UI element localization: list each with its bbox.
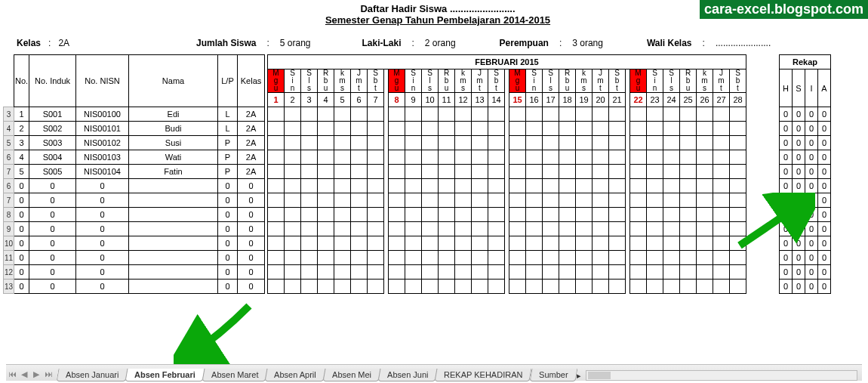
value-jumlah: 5 orang	[280, 38, 311, 48]
value-wali: ......................	[716, 38, 771, 48]
table-row: 75S005NIS00104FatinP2A0000	[4, 165, 831, 179]
sheet-tab[interactable]: Absen Juni	[378, 369, 438, 381]
table-row: 53S003NIS00102SusiP2A0000	[4, 136, 831, 150]
table-row: 31S001NIS00100EdiL2A0000	[4, 107, 831, 122]
label-kelas: Kelas	[17, 38, 41, 48]
table-row: 13000000000	[4, 280, 831, 294]
value-perempuan: 3 orang	[572, 38, 603, 48]
table-row: 6000000000	[4, 179, 831, 193]
value-kelas: 2A	[58, 38, 69, 48]
sheet-tab[interactable]: Absen April	[265, 369, 326, 381]
document-subtitle: Semester Genap Tahun Pembelajaran 2014-2…	[287, 14, 589, 26]
sheet-tab[interactable]: REKAP KEHADIRAN	[435, 369, 532, 381]
sheet-tab[interactable]: Absen Februari	[125, 369, 205, 381]
sheet-tab[interactable]: Sumber	[529, 369, 577, 381]
table-row: 12000000000	[4, 265, 831, 280]
attendance-table: No.No. IndukNo. NISNNamaL/PKelasFEBRUARI…	[3, 54, 831, 294]
table-row: 9000000000	[4, 222, 831, 236]
table-row: 42S002NIS00101BudiL2A0000	[4, 122, 831, 136]
sheet-tab[interactable]: Absen Mei	[323, 369, 381, 381]
tab-overflow-icon[interactable]: ▸	[577, 371, 581, 381]
document-title: Daftar Hadir Siswa .....................…	[287, 3, 589, 14]
tab-nav-prev[interactable]: ◀	[18, 367, 30, 381]
table-row: 11000000000	[4, 251, 831, 265]
sheet-tab[interactable]: Absen Januari	[57, 369, 128, 381]
table-row: 7000000000	[4, 193, 831, 208]
sheet-tabs: ⏮ ◀ ▶ ⏭ Absen JanuariAbsen FebruariAbsen…	[6, 364, 862, 381]
label-wali: Wali Kelas	[647, 38, 692, 48]
horizontal-scrollbar[interactable]	[586, 370, 857, 381]
tab-nav-first[interactable]: ⏮	[6, 367, 18, 381]
label-jumlah: Jumlah Siswa	[196, 38, 256, 48]
meta-row: Kelas : 2A Jumlah Siswa : 5 orang Laki-L…	[0, 27, 868, 54]
table-row: 10000000000	[4, 236, 831, 251]
value-laki: 2 orang	[425, 38, 456, 48]
table-row: 64S004NIS00103WatiP2A0000	[4, 150, 831, 165]
label-perempuan: Perempuan	[500, 38, 549, 48]
watermark: cara-excel.blogspot.com	[700, 0, 868, 19]
table-row: 8000000000	[4, 208, 831, 222]
annotation-arrow-1	[174, 298, 264, 366]
sheet-tab[interactable]: Absen Maret	[202, 369, 268, 381]
tab-nav-last[interactable]: ⏭	[42, 367, 54, 381]
label-laki: Laki-Laki	[362, 38, 401, 48]
tab-nav-next[interactable]: ▶	[30, 367, 42, 381]
